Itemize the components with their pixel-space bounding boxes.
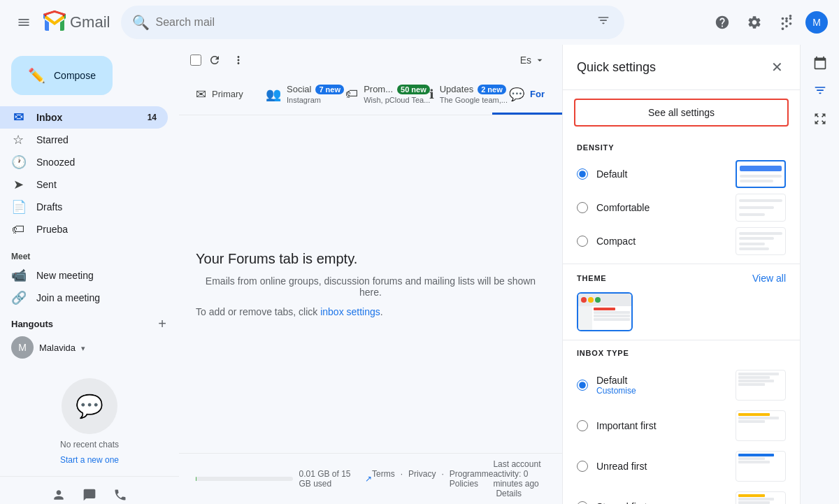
user-avatar: M [11,336,34,359]
hangouts-title: Hangouts [11,319,53,329]
privacy-link[interactable]: Privacy [408,469,436,489]
dot-green [595,297,601,303]
sort-button[interactable]: Es [515,52,551,69]
more-options-button[interactable] [228,50,249,71]
quick-settings-header: Quick settings ✕ [563,45,800,90]
sidebar-item-snoozed[interactable]: 🕐 Snoozed [0,151,168,173]
inbox-settings-link[interactable]: inbox settings [320,306,380,317]
inbox-type-options: Default Customise Important first [577,366,786,504]
hangouts-status: ▾ [81,344,85,352]
see-all-settings-button[interactable]: See all settings [574,99,789,127]
density-compact-option[interactable]: Compact [577,227,786,255]
sidebar-item-label: Snoozed [36,157,157,168]
view-all-themes-link[interactable]: View all [752,273,786,284]
quick-settings-close-button[interactable]: ✕ [768,56,786,78]
search-input[interactable] [155,16,588,29]
inbox-starred-radio[interactable] [577,501,588,504]
density-comfortable-radio[interactable] [577,202,588,213]
sidebar-bottom: 💬 No recent chats Start a new one [0,367,179,476]
density-section-title: DENSITY [577,143,786,152]
details-link[interactable]: Details [496,489,522,498]
density-comfortable-option[interactable]: Comfortable [577,194,786,222]
hamburger-button[interactable] [11,10,36,35]
forums-tab-icon: 💬 [509,87,524,102]
compose-button[interactable]: ✏️ Compose [11,56,113,95]
hangouts-user-item[interactable]: M Malavida ▾ [11,333,168,361]
primary-tab-icon: ✉ [196,87,206,102]
inbox-type-unread-option[interactable]: Unread first [577,447,786,486]
inbox-type-starred-option[interactable]: Starred first [577,487,786,504]
tab-forums[interactable]: 💬 For [492,75,562,115]
inbox-type-important-option[interactable]: Important first [577,406,786,445]
hangouts-user-info: Malavida ▾ [39,342,85,353]
density-compact-radio[interactable] [577,236,588,247]
apps-button[interactable] [773,9,800,36]
density-default-label: Default [596,168,727,180]
phone-icon-button[interactable] [108,482,133,504]
terms-link[interactable]: Terms [372,469,395,489]
video-icon: 📹 [11,268,25,283]
sidebar-item-drafts[interactable]: 📄 Drafts [0,196,168,218]
inbox-type-default-option[interactable]: Default Customise [577,366,786,405]
tab-primary[interactable]: ✉ Primary [179,75,249,115]
tab-promotions[interactable]: 🏷 Prom... 50 new Wish, pCloud Tea... [329,75,413,115]
inbox-starred-preview [736,491,786,504]
promotions-tab-icon: 🏷 [345,87,358,101]
chat-icon-button[interactable] [77,482,102,504]
hangouts-add-button[interactable]: + [157,315,168,333]
tab-label: Updates [440,84,473,94]
tab-label: Prom... [364,84,393,94]
sidebar-item-sent[interactable]: ➤ Sent [0,173,168,196]
sidebar-icons-row [0,476,179,504]
select-all-checkbox[interactable] [190,55,201,66]
refresh-button[interactable] [204,50,225,71]
activity-info: Last account activity: 0 minutes ago Det… [493,459,545,498]
snoozed-icon: 🕐 [11,154,25,170]
tab-label: Primary [212,89,243,99]
topbar: Gmail 🔍 M [0,0,839,45]
join-icon: 🔗 [11,290,25,305]
sidebar-item-prueba[interactable]: 🏷 Prueba [0,218,168,240]
sidebar-item-label: Inbox [36,112,136,123]
forums-empty-state: Your Forums tab is empty. Emails from on… [179,115,562,453]
programme-link[interactable]: Programme Policies [450,469,494,489]
sidebar-item-label: Starred [36,134,157,145]
search-bar[interactable]: 🔍 [121,6,624,39]
hangouts-header: Hangouts + [11,315,168,333]
drafts-icon: 📄 [11,199,25,215]
inbox-important-radio[interactable] [577,420,588,431]
tabs-row: ✉ Primary 👥 Social 7 new Instagram 🏷 Pro [179,75,562,115]
sidebar-item-new-meeting[interactable]: 📹 New meeting [0,264,168,287]
density-default-option[interactable]: Default [577,160,786,188]
sidebar-item-starred[interactable]: ☆ Starred [0,129,168,151]
contacts-icon-button[interactable] [46,482,71,504]
expand-icon-button[interactable] [808,106,833,131]
inbox-icon: ✉ [11,110,25,125]
inbox-important-preview [736,410,786,441]
settings-button[interactable] [741,9,768,36]
forums-empty-description: Emails from online groups, discussion fo… [196,275,545,298]
app-name-label: Gmail [70,13,110,31]
theme-preview[interactable] [577,292,633,331]
inbox-unread-radio[interactable] [577,461,588,472]
inbox-default-sublabel[interactable]: Customise [596,386,727,396]
dot-yellow [588,297,594,303]
tab-updates[interactable]: ℹ Updates 2 new The Google team,... [413,75,492,115]
quick-settings-icon-button[interactable] [808,78,833,103]
tab-social[interactable]: 👥 Social 7 new Instagram [249,75,329,115]
footer: 0.01 GB of 15 GB used ↗ Terms · Privacy … [179,453,562,504]
sidebar-item-join-meeting[interactable]: 🔗 Join a meeting [0,287,168,309]
density-default-radio[interactable] [577,168,588,180]
sidebar-item-inbox[interactable]: ✉ Inbox 14 [0,106,168,129]
quick-settings-title: Quick settings [577,60,656,75]
avatar[interactable]: M [805,11,828,34]
inbox-default-radio[interactable] [577,380,588,391]
start-chat-link[interactable]: Start a new one [60,455,119,465]
theme-preview-content [592,306,631,330]
topbar-right: M [709,9,828,36]
advanced-search-button[interactable] [594,11,613,34]
calendar-icon-button[interactable] [808,50,833,75]
inbox-count-badge: 14 [148,113,157,122]
tab-label: For [530,89,545,99]
help-button[interactable] [709,9,736,36]
